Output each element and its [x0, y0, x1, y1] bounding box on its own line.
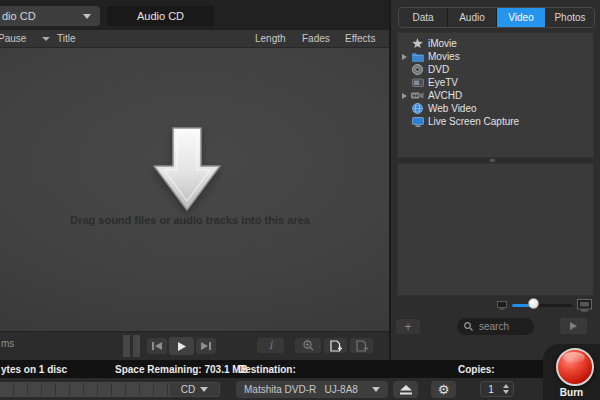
sidebar-item-avchd[interactable]: AVCHD [398, 89, 593, 102]
search-input[interactable] [477, 320, 533, 333]
small-thumbnail-icon [497, 301, 507, 310]
sidebar-item-web-video[interactable]: Web Video [398, 102, 593, 115]
settings-button[interactable]: ⚙ [431, 381, 456, 398]
disc-usage-text: ytes on 1 disc [1, 364, 67, 375]
capacity-segments [0, 383, 170, 396]
recorder-name: Matshita DVD-R UJ-8A8 [244, 384, 358, 395]
column-header-title[interactable]: Title [57, 33, 76, 44]
tab-audio[interactable]: Audio [448, 8, 497, 27]
eject-icon [400, 385, 412, 395]
magnifier-plus-icon [303, 340, 314, 351]
stepper-up-icon[interactable] [503, 384, 509, 388]
media-item-label: iMovie [428, 38, 457, 49]
copies-stepper[interactable]: 1 [480, 381, 514, 397]
format-selector-value: dio CD [0, 10, 36, 22]
media-source-list: iMovie Movies [397, 32, 594, 158]
capacity-type-value: CD [181, 384, 195, 395]
tab-video[interactable]: Video [497, 8, 546, 27]
eject-button[interactable] [393, 381, 418, 398]
burn-button-container: Burn [543, 344, 600, 400]
preview-play-button[interactable] [560, 318, 587, 334]
drop-zone-hint-text: Drag sound files or audio tracks into th… [0, 214, 380, 226]
disclosure-triangle-icon[interactable] [402, 93, 407, 99]
track-table-header: Pause Title Length Fades Effects [0, 30, 389, 48]
info-button[interactable]: i [257, 338, 284, 353]
chevron-down-icon [200, 387, 208, 392]
disc-capacity-bar: CD [0, 382, 220, 397]
column-header-pause[interactable]: Pause [0, 33, 26, 44]
camcorder-icon [411, 90, 424, 101]
format-tab-label: Audio CD [137, 10, 184, 22]
space-remaining-text: Space Remaining: 703.1 MB [115, 364, 248, 375]
recorder-dropdown[interactable]: Matshita DVD-R UJ-8A8 [236, 381, 388, 398]
sidebar-item-live-screen-capture[interactable]: Live Screen Capture [398, 115, 593, 128]
status-bar: ytes on 1 disc Space Remaining: 703.1 MB… [0, 360, 600, 378]
track-list-toolbar: ms i [0, 331, 389, 361]
capacity-type-dropdown[interactable]: CD [170, 383, 219, 396]
imovie-star-icon [411, 38, 424, 49]
media-item-label: AVCHD [428, 90, 462, 101]
next-icon [201, 342, 211, 350]
media-item-label: DVD [428, 64, 449, 75]
dvd-disc-icon [411, 64, 424, 75]
sidebar-item-dvd[interactable]: DVD [398, 63, 593, 76]
gear-icon: ⚙ [438, 383, 450, 396]
media-browser-tabs: Data Audio Video Photos [398, 7, 595, 28]
remove-file-button[interactable] [350, 338, 373, 353]
next-track-button[interactable] [196, 338, 216, 354]
stepper-arrows[interactable] [501, 384, 513, 394]
eyetv-icon [411, 77, 424, 88]
pause-bars-icon[interactable] [123, 335, 140, 357]
chevron-down-icon [372, 387, 380, 392]
burn-button-gloss [563, 352, 585, 363]
chevron-down-icon [83, 14, 91, 19]
previous-icon [152, 342, 162, 350]
document-plus-icon [330, 340, 342, 352]
large-thumbnail-icon [577, 299, 592, 312]
copies-value: 1 [481, 384, 501, 395]
plus-icon: + [404, 320, 411, 334]
burn-app-window: dio CD Audio CD Pause Title Length Fades… [0, 0, 600, 400]
media-item-label: EyeTV [428, 77, 458, 88]
audio-preview-button[interactable] [295, 338, 321, 353]
media-item-label: Movies [428, 51, 460, 62]
globe-icon [411, 103, 424, 114]
sidebar-item-imovie[interactable]: iMovie [398, 37, 593, 50]
media-browser-panel: Data Audio Video Photos iMovie [391, 0, 600, 360]
play-button[interactable] [169, 337, 194, 355]
play-icon [178, 342, 186, 351]
sidebar-item-movies[interactable]: Movies [398, 50, 593, 63]
stepper-down-icon[interactable] [503, 390, 509, 394]
format-tab-audio-cd[interactable]: Audio CD [107, 6, 214, 26]
add-media-button[interactable]: + [396, 319, 420, 334]
disclosure-triangle-icon[interactable] [402, 54, 407, 60]
tab-photos[interactable]: Photos [546, 8, 594, 27]
screen-capture-icon [411, 116, 424, 127]
copies-label: Copies: [458, 364, 495, 375]
sort-chevron-icon[interactable] [42, 37, 50, 41]
column-header-effects[interactable]: Effects [345, 33, 375, 44]
document-minus-icon [356, 340, 368, 352]
add-file-button[interactable] [324, 338, 347, 353]
media-item-label: Live Screen Capture [428, 116, 519, 127]
column-header-length[interactable]: Length [255, 33, 286, 44]
sidebar-item-eyetv[interactable]: EyeTV [398, 76, 593, 89]
column-header-fades[interactable]: Fades [302, 33, 330, 44]
previous-track-button[interactable] [147, 338, 167, 354]
media-item-label: Web Video [428, 103, 477, 114]
info-icon: i [269, 339, 273, 352]
burn-controls-bar: CD Matshita DVD-R UJ-8A8 ⚙ Copies: 1 [0, 378, 600, 400]
media-preview-pane [397, 163, 594, 296]
folder-icon [411, 51, 424, 62]
media-search-field[interactable] [457, 318, 534, 335]
destination-label: Destination: [238, 364, 296, 375]
pane-resize-handle[interactable] [490, 159, 495, 162]
burn-button-label: Burn [543, 387, 600, 398]
play-icon [570, 322, 577, 330]
format-selector-dropdown[interactable]: dio CD [0, 6, 100, 26]
search-icon [464, 322, 473, 331]
tab-data[interactable]: Data [399, 8, 448, 27]
track-drop-zone[interactable]: Drag sound files or audio tracks into th… [0, 48, 389, 331]
drop-arrow-icon [150, 126, 224, 214]
thumbnail-size-slider-knob[interactable] [528, 298, 539, 309]
